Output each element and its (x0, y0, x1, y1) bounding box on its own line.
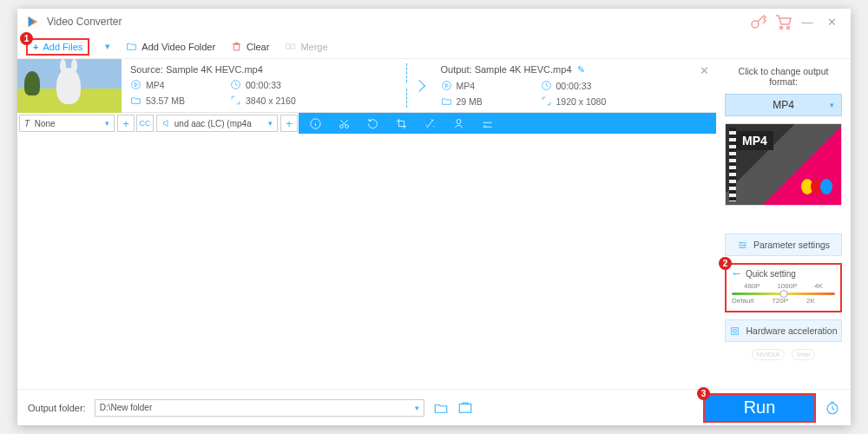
svg-point-2 (752, 21, 759, 28)
svg-point-16 (457, 119, 461, 123)
svg-rect-17 (732, 327, 739, 334)
item-action-bar: T None▾ + CC und aac (LC) (mp4a▾ + (17, 113, 716, 134)
add-files-label: Add Files (43, 42, 82, 52)
svg-marker-1 (29, 16, 35, 27)
snapshot-icon[interactable] (457, 400, 473, 416)
subtitle-select[interactable]: T None▾ (19, 115, 115, 132)
source-duration: 00:00:33 (230, 79, 299, 90)
output-duration: 00:00:33 (541, 80, 610, 91)
source-resolution: 3840 x 2160 (230, 95, 299, 106)
app-logo-icon (26, 15, 40, 29)
svg-rect-6 (291, 44, 294, 49)
add-files-dropdown[interactable]: ▾ (105, 41, 110, 52)
hardware-accel-button[interactable]: Hardware acceleration (725, 319, 842, 342)
format-preview-label: MP4 (736, 131, 773, 150)
titlebar: Video Converter — ✕ (17, 9, 851, 35)
svg-point-10 (442, 82, 450, 90)
add-audio-button[interactable]: + (280, 115, 298, 132)
output-format-title: Click to change output format: (725, 66, 842, 87)
file-item[interactable]: Source: Sample 4K HEVC.mp4 MP4 00:00:33 … (17, 59, 716, 113)
format-preview[interactable]: MP4 (725, 123, 842, 206)
open-folder-icon[interactable] (433, 400, 449, 416)
cart-icon[interactable] (773, 11, 793, 32)
minimize-button[interactable]: — (797, 11, 818, 32)
footer: Output folder: D:\New folder▾ 3 Run (17, 389, 851, 425)
svg-marker-11 (445, 83, 448, 87)
output-folder-label: Output folder: (28, 403, 86, 413)
edit-tools (299, 117, 716, 130)
svg-rect-5 (286, 44, 290, 49)
close-button[interactable]: ✕ (821, 11, 842, 32)
main-panel: Source: Sample 4K HEVC.mp4 MP4 00:00:33 … (17, 59, 716, 389)
app-window: Video Converter — ✕ 1 + Add Files ▾ Add … (17, 9, 851, 425)
add-folder-button[interactable]: Add Video Folder (126, 41, 215, 52)
edit-output-name-icon[interactable]: ✎ (577, 64, 585, 75)
quick-setting-title: Quick setting (732, 269, 835, 279)
side-panel: Click to change output format: MP4▾ MP4 … (716, 59, 851, 389)
parameter-settings-button[interactable]: Parameter settings (725, 233, 842, 256)
svg-point-7 (132, 81, 141, 89)
audio-track-select[interactable]: und aac (LC) (mp4a▾ (156, 115, 278, 132)
info-icon[interactable] (309, 117, 322, 130)
trim-icon[interactable] (338, 117, 351, 130)
output-format-select[interactable]: MP4▾ (725, 94, 842, 116)
window-title: Video Converter (47, 16, 122, 28)
source-size: 53.57 MB (130, 95, 200, 106)
output-folder-select[interactable]: D:\New folder▾ (95, 399, 424, 417)
add-folder-label: Add Video Folder (141, 42, 215, 52)
schedule-icon[interactable] (825, 400, 840, 416)
add-files-button[interactable]: 1 + Add Files (26, 38, 89, 56)
crop-icon[interactable] (395, 117, 408, 130)
output-format: MP4 (441, 80, 510, 91)
merge-label: Merge (300, 42, 327, 52)
effects-icon[interactable] (424, 117, 437, 130)
key-icon[interactable] (748, 11, 769, 32)
clear-label: Clear (247, 42, 269, 52)
annotation-badge-1: 1 (20, 32, 33, 45)
quality-slider[interactable]: 480P1080P4K Default720P2K (732, 282, 835, 305)
output-size: 29 MB (441, 95, 510, 107)
output-filename: Output: Sample 4K HEVC.mp4 (441, 64, 572, 75)
svg-point-4 (787, 27, 790, 30)
source-info: Source: Sample 4K HEVC.mp4 MP4 00:00:33 … (122, 59, 406, 112)
cc-button[interactable]: CC (136, 115, 154, 132)
rotate-icon[interactable] (366, 117, 379, 130)
source-format: MP4 (130, 79, 200, 90)
remove-item-icon[interactable]: ✕ (700, 64, 709, 77)
add-subtitle-button[interactable]: + (117, 115, 135, 132)
clear-button[interactable]: Clear (231, 41, 269, 52)
svg-point-3 (780, 27, 783, 30)
source-filename: Source: Sample 4K HEVC.mp4 (130, 64, 398, 75)
output-info: Output: Sample 4K HEVC.mp4✎ MP4 00:00:33… (432, 59, 717, 112)
adjust-icon[interactable] (481, 117, 494, 130)
annotation-badge-2: 2 (719, 257, 732, 270)
arrow-separator (406, 59, 432, 112)
svg-marker-8 (135, 82, 137, 86)
quick-setting-box: 2 Quick setting 480P1080P4K Default720P2… (725, 263, 842, 312)
content-area: Source: Sample 4K HEVC.mp4 MP4 00:00:33 … (17, 59, 851, 389)
run-button[interactable]: 3 Run (703, 393, 816, 423)
hardware-badges: NVIDIAIntel (725, 349, 842, 360)
svg-rect-18 (459, 404, 471, 412)
output-resolution: 1920 x 1080 (541, 95, 610, 107)
annotation-badge-3: 3 (697, 387, 710, 400)
merge-button[interactable]: Merge (285, 41, 327, 52)
video-thumbnail[interactable] (17, 59, 122, 113)
watermark-icon[interactable] (452, 117, 465, 130)
toolbar: 1 + Add Files ▾ Add Video Folder Clear M… (17, 35, 851, 59)
